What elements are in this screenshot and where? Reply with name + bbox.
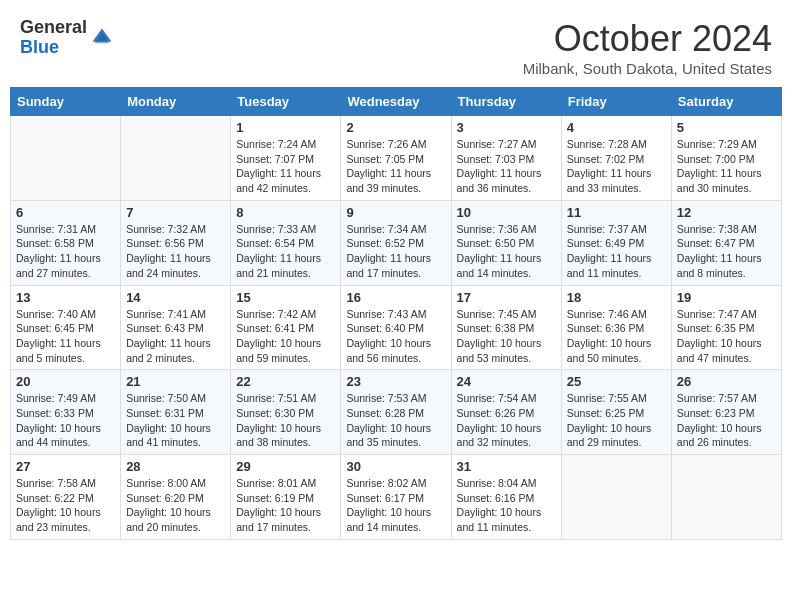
calendar-cell: 23Sunrise: 7:53 AMSunset: 6:28 PMDayligh… [341, 370, 451, 455]
day-number: 29 [236, 459, 335, 474]
day-info: Sunrise: 7:26 AMSunset: 7:05 PMDaylight:… [346, 137, 445, 196]
day-info: Sunrise: 7:54 AMSunset: 6:26 PMDaylight:… [457, 391, 556, 450]
day-number: 3 [457, 120, 556, 135]
day-info: Sunrise: 7:57 AMSunset: 6:23 PMDaylight:… [677, 391, 776, 450]
calendar-cell: 8Sunrise: 7:33 AMSunset: 6:54 PMDaylight… [231, 200, 341, 285]
day-number: 27 [16, 459, 115, 474]
title-area: October 2024 Milbank, South Dakota, Unit… [523, 18, 772, 77]
calendar-cell: 22Sunrise: 7:51 AMSunset: 6:30 PMDayligh… [231, 370, 341, 455]
day-info: Sunrise: 7:38 AMSunset: 6:47 PMDaylight:… [677, 222, 776, 281]
calendar-week-row: 1Sunrise: 7:24 AMSunset: 7:07 PMDaylight… [11, 116, 782, 201]
calendar-cell [11, 116, 121, 201]
calendar-cell: 29Sunrise: 8:01 AMSunset: 6:19 PMDayligh… [231, 455, 341, 540]
calendar-cell: 28Sunrise: 8:00 AMSunset: 6:20 PMDayligh… [121, 455, 231, 540]
calendar-cell: 26Sunrise: 7:57 AMSunset: 6:23 PMDayligh… [671, 370, 781, 455]
day-info: Sunrise: 7:24 AMSunset: 7:07 PMDaylight:… [236, 137, 335, 196]
calendar-cell: 13Sunrise: 7:40 AMSunset: 6:45 PMDayligh… [11, 285, 121, 370]
calendar-cell: 30Sunrise: 8:02 AMSunset: 6:17 PMDayligh… [341, 455, 451, 540]
day-info: Sunrise: 7:46 AMSunset: 6:36 PMDaylight:… [567, 307, 666, 366]
day-info: Sunrise: 7:58 AMSunset: 6:22 PMDaylight:… [16, 476, 115, 535]
day-number: 23 [346, 374, 445, 389]
day-info: Sunrise: 7:31 AMSunset: 6:58 PMDaylight:… [16, 222, 115, 281]
calendar-cell: 1Sunrise: 7:24 AMSunset: 7:07 PMDaylight… [231, 116, 341, 201]
calendar-cell: 6Sunrise: 7:31 AMSunset: 6:58 PMDaylight… [11, 200, 121, 285]
day-info: Sunrise: 8:00 AMSunset: 6:20 PMDaylight:… [126, 476, 225, 535]
month-title: October 2024 [523, 18, 772, 60]
day-number: 25 [567, 374, 666, 389]
day-number: 9 [346, 205, 445, 220]
calendar-cell: 20Sunrise: 7:49 AMSunset: 6:33 PMDayligh… [11, 370, 121, 455]
day-number: 11 [567, 205, 666, 220]
day-number: 20 [16, 374, 115, 389]
day-header-sunday: Sunday [11, 88, 121, 116]
day-info: Sunrise: 8:01 AMSunset: 6:19 PMDaylight:… [236, 476, 335, 535]
calendar-cell: 4Sunrise: 7:28 AMSunset: 7:02 PMDaylight… [561, 116, 671, 201]
location: Milbank, South Dakota, United States [523, 60, 772, 77]
day-info: Sunrise: 8:02 AMSunset: 6:17 PMDaylight:… [346, 476, 445, 535]
logo-general: General [20, 18, 87, 38]
logo: General Blue [20, 18, 113, 58]
calendar-cell: 24Sunrise: 7:54 AMSunset: 6:26 PMDayligh… [451, 370, 561, 455]
day-number: 22 [236, 374, 335, 389]
day-info: Sunrise: 7:45 AMSunset: 6:38 PMDaylight:… [457, 307, 556, 366]
day-number: 13 [16, 290, 115, 305]
day-number: 5 [677, 120, 776, 135]
day-info: Sunrise: 7:55 AMSunset: 6:25 PMDaylight:… [567, 391, 666, 450]
calendar-cell: 27Sunrise: 7:58 AMSunset: 6:22 PMDayligh… [11, 455, 121, 540]
day-header-thursday: Thursday [451, 88, 561, 116]
day-header-wednesday: Wednesday [341, 88, 451, 116]
calendar-cell [121, 116, 231, 201]
calendar-cell: 9Sunrise: 7:34 AMSunset: 6:52 PMDaylight… [341, 200, 451, 285]
calendar-week-row: 13Sunrise: 7:40 AMSunset: 6:45 PMDayligh… [11, 285, 782, 370]
day-number: 18 [567, 290, 666, 305]
calendar-table: SundayMondayTuesdayWednesdayThursdayFrid… [10, 87, 782, 540]
day-header-friday: Friday [561, 88, 671, 116]
calendar-cell: 21Sunrise: 7:50 AMSunset: 6:31 PMDayligh… [121, 370, 231, 455]
header: General Blue October 2024 Milbank, South… [10, 10, 782, 81]
day-header-saturday: Saturday [671, 88, 781, 116]
day-number: 19 [677, 290, 776, 305]
calendar-cell: 25Sunrise: 7:55 AMSunset: 6:25 PMDayligh… [561, 370, 671, 455]
calendar-week-row: 6Sunrise: 7:31 AMSunset: 6:58 PMDaylight… [11, 200, 782, 285]
calendar-cell: 10Sunrise: 7:36 AMSunset: 6:50 PMDayligh… [451, 200, 561, 285]
calendar-cell: 5Sunrise: 7:29 AMSunset: 7:00 PMDaylight… [671, 116, 781, 201]
day-info: Sunrise: 7:33 AMSunset: 6:54 PMDaylight:… [236, 222, 335, 281]
day-info: Sunrise: 7:47 AMSunset: 6:35 PMDaylight:… [677, 307, 776, 366]
logo-blue: Blue [20, 38, 87, 58]
day-header-monday: Monday [121, 88, 231, 116]
day-info: Sunrise: 7:34 AMSunset: 6:52 PMDaylight:… [346, 222, 445, 281]
day-number: 28 [126, 459, 225, 474]
calendar-cell: 2Sunrise: 7:26 AMSunset: 7:05 PMDaylight… [341, 116, 451, 201]
day-info: Sunrise: 7:51 AMSunset: 6:30 PMDaylight:… [236, 391, 335, 450]
day-number: 2 [346, 120, 445, 135]
calendar-week-row: 27Sunrise: 7:58 AMSunset: 6:22 PMDayligh… [11, 455, 782, 540]
calendar-cell: 7Sunrise: 7:32 AMSunset: 6:56 PMDaylight… [121, 200, 231, 285]
calendar-cell: 14Sunrise: 7:41 AMSunset: 6:43 PMDayligh… [121, 285, 231, 370]
day-number: 16 [346, 290, 445, 305]
day-info: Sunrise: 7:53 AMSunset: 6:28 PMDaylight:… [346, 391, 445, 450]
calendar-cell: 18Sunrise: 7:46 AMSunset: 6:36 PMDayligh… [561, 285, 671, 370]
day-number: 31 [457, 459, 556, 474]
day-info: Sunrise: 7:42 AMSunset: 6:41 PMDaylight:… [236, 307, 335, 366]
day-number: 26 [677, 374, 776, 389]
day-info: Sunrise: 7:32 AMSunset: 6:56 PMDaylight:… [126, 222, 225, 281]
day-info: Sunrise: 7:27 AMSunset: 7:03 PMDaylight:… [457, 137, 556, 196]
day-header-tuesday: Tuesday [231, 88, 341, 116]
calendar-cell: 15Sunrise: 7:42 AMSunset: 6:41 PMDayligh… [231, 285, 341, 370]
day-info: Sunrise: 7:37 AMSunset: 6:49 PMDaylight:… [567, 222, 666, 281]
calendar-cell [561, 455, 671, 540]
day-number: 1 [236, 120, 335, 135]
day-info: Sunrise: 7:29 AMSunset: 7:00 PMDaylight:… [677, 137, 776, 196]
day-info: Sunrise: 8:04 AMSunset: 6:16 PMDaylight:… [457, 476, 556, 535]
calendar-cell: 19Sunrise: 7:47 AMSunset: 6:35 PMDayligh… [671, 285, 781, 370]
day-number: 7 [126, 205, 225, 220]
calendar-cell: 16Sunrise: 7:43 AMSunset: 6:40 PMDayligh… [341, 285, 451, 370]
day-number: 10 [457, 205, 556, 220]
day-number: 30 [346, 459, 445, 474]
day-info: Sunrise: 7:41 AMSunset: 6:43 PMDaylight:… [126, 307, 225, 366]
calendar-cell: 11Sunrise: 7:37 AMSunset: 6:49 PMDayligh… [561, 200, 671, 285]
day-info: Sunrise: 7:40 AMSunset: 6:45 PMDaylight:… [16, 307, 115, 366]
calendar-cell [671, 455, 781, 540]
day-number: 17 [457, 290, 556, 305]
day-info: Sunrise: 7:28 AMSunset: 7:02 PMDaylight:… [567, 137, 666, 196]
